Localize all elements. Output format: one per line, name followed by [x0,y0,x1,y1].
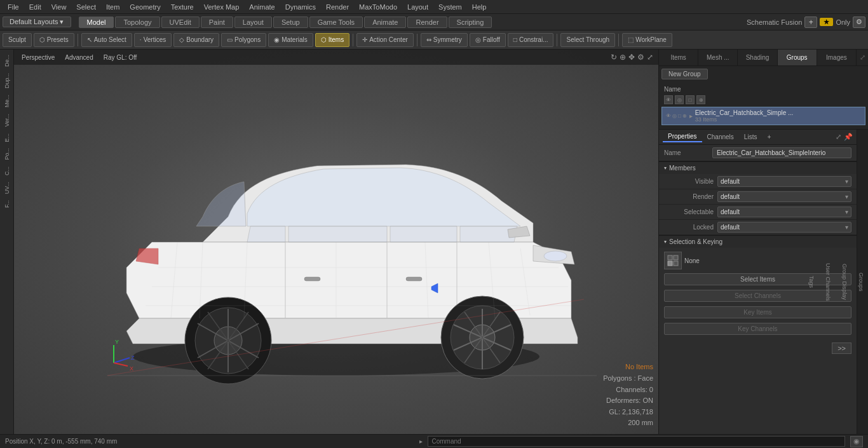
divider-4 [557,34,557,46]
visible-dropdown[interactable]: default ▾ [717,176,851,187]
tab-scripting[interactable]: Scripting [449,17,492,28]
schematic-fusion-label[interactable]: Schematic Fusion [747,18,802,26]
tab-model[interactable]: Model [79,17,114,28]
tag-tags[interactable]: Tags [807,273,816,290]
expand-panel-button[interactable]: ⤢ [857,50,868,65]
tab-channels[interactable]: Channels [702,132,739,142]
sidebar-item-uv[interactable]: UV... [3,179,11,196]
right-panel-tabs: Items Mesh ... Shading Groups Images ⤢ [659,50,868,66]
selectable-dropdown[interactable]: default ▾ [717,207,851,217]
tab-uvedit[interactable]: UVEdit [161,17,200,28]
falloff-button[interactable]: ◎ Falloff [470,33,506,47]
vertices-button[interactable]: · Vertices [134,33,172,47]
tab-paint[interactable]: Paint [201,17,233,28]
tab-gametools[interactable]: Game Tools [309,17,363,28]
command-search-button[interactable]: ◉ [850,436,863,447]
menu-edit[interactable]: Edit [24,2,46,12]
default-layouts-button[interactable]: Default Layouts ▾ [3,17,71,27]
items-button[interactable]: ⬡ Items [315,33,349,47]
settings-vp-icon[interactable]: ⚙ [637,53,644,62]
presets-button[interactable]: ⬡ Presets [34,33,74,47]
settings-button[interactable]: ⚙ [853,17,865,28]
scroll-right-button[interactable]: >> [832,343,851,354]
tab-groups[interactable]: Groups [778,50,817,65]
materials-button[interactable]: ◉ Materials [268,33,313,47]
rotate-icon[interactable]: ↻ [611,53,617,62]
auto-select-button[interactable]: ↖ Auto Select [81,33,132,47]
constrai-button[interactable]: □ Constrai... [508,33,554,47]
menu-select[interactable]: Select [71,2,101,12]
tab-properties[interactable]: Properties [663,132,702,142]
sidebar-item-e[interactable]: E... [3,131,11,145]
menu-vertexmap[interactable]: Vertex Map [199,2,245,12]
keying-grid-icon[interactable] [664,252,682,269]
scene-extra-icon[interactable]: ⊕ [696,95,705,104]
tag-group-display[interactable]: Group Display [840,261,849,302]
menu-layout[interactable]: Layout [402,2,433,12]
polygons-button[interactable]: ▭ Polygons [221,33,266,47]
boundary-button[interactable]: ◇ Boundary [173,33,219,47]
sidebar-item-c[interactable]: C... [3,164,11,178]
symmetry-button[interactable]: ⇔ Symmetry [421,33,468,47]
tab-plus[interactable]: + [762,132,776,142]
workplane-button[interactable]: ⬚ WorkPlane [622,33,672,47]
tab-setup[interactable]: Setup [273,17,308,28]
scene-item-electric-car[interactable]: 👁 ◎ □ ⊕ ▸ Electric_Car_Hatchback_Simple … [661,107,865,125]
select-through-button[interactable]: Select Through [560,33,615,47]
scene-render-icon[interactable]: ◎ [675,95,684,104]
tab-images[interactable]: Images [817,50,857,65]
viewport[interactable]: Perspective Advanced Ray GL: Off ↻ ⊕ ✥ ⚙… [14,50,658,434]
add-layout-button[interactable]: + [804,17,817,28]
expand-vp-icon[interactable]: ⤢ [647,53,653,62]
sel-keying-header[interactable]: ▾ Selection & Keying [659,235,857,248]
tab-render[interactable]: Render [407,17,447,28]
tag-groups[interactable]: Groups [857,270,865,294]
zoom-icon[interactable]: ⊕ [620,53,626,62]
key-items-button[interactable]: Key Items [664,306,851,318]
tag-user-channels[interactable]: User Channels [824,261,832,304]
tab-items[interactable]: Items [659,50,698,65]
tab-topology[interactable]: Topology [115,17,159,28]
tab-layout[interactable]: Layout [234,17,272,28]
menu-view[interactable]: View [46,2,72,12]
sidebar-item-de[interactable]: De... [3,52,11,69]
pan-icon[interactable]: ✥ [628,53,635,62]
sidebar-item-po[interactable]: Po... [3,146,11,163]
menu-file[interactable]: File [3,2,24,12]
members-arrow: ▾ [664,165,667,171]
menu-item[interactable]: Item [101,2,125,12]
raygl-toggle[interactable]: Ray GL: Off [101,53,140,62]
members-section-header[interactable]: ▾ Members [659,161,857,174]
render-dropdown[interactable]: default ▾ [717,191,851,202]
sidebar-item-dup[interactable]: Dup... [3,71,11,91]
menu-animate[interactable]: Animate [244,2,280,12]
locked-dropdown[interactable]: default ▾ [717,222,851,233]
menu-maxtomodo[interactable]: MaxToModo [354,2,402,12]
sculpt-button[interactable]: Sculpt [3,33,32,47]
menu-system[interactable]: System [433,2,467,12]
key-channels-button[interactable]: Key Channels [664,323,851,335]
sidebar-item-f[interactable]: F... [3,198,11,210]
menu-dynamics[interactable]: Dynamics [280,2,321,12]
menu-texture[interactable]: Texture [166,2,199,12]
tab-shading[interactable]: Shading [738,50,777,65]
menu-render[interactable]: Render [321,2,354,12]
tab-mesh[interactable]: Mesh ... [698,50,738,65]
sidebar-item-mesh[interactable]: Me... [3,92,11,110]
polygons-face-label: Polygons : Face [603,373,653,384]
divider-2 [353,34,353,46]
command-input[interactable] [428,436,846,447]
sidebar-item-vert[interactable]: Ver... [3,111,11,130]
advanced-toggle[interactable]: Advanced [62,53,95,62]
menu-geometry[interactable]: Geometry [125,2,165,12]
tab-lists[interactable]: Lists [739,132,763,142]
scene-lock-icon[interactable]: □ [686,95,695,104]
new-group-button[interactable]: New Group [661,69,708,79]
scene-visibility-icon[interactable]: 👁 [664,95,673,104]
action-center-button[interactable]: ✛ Action Center [356,33,414,47]
tab-animate[interactable]: Animate [364,17,406,28]
name-input[interactable] [712,147,851,158]
menu-help[interactable]: Help [467,2,492,12]
perspective-toggle[interactable]: Perspective [19,53,57,62]
expand-props-button[interactable]: ⤢ 📌 [836,133,853,141]
